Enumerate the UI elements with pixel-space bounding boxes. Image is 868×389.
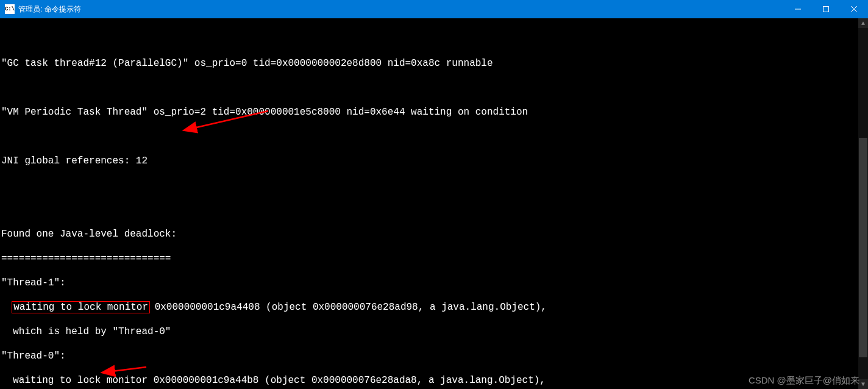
output-line [1,82,867,94]
scroll-up-button[interactable]: ▲ [858,18,868,28]
window-controls [784,0,868,18]
watermark-text: CSDN @墨家巨子@俏如来 [749,375,859,387]
maximize-button[interactable] [812,0,840,18]
output-line [1,33,867,45]
cmd-icon: C:\ [5,4,15,14]
vertical-scrollbar[interactable]: ▲ ▼ [858,18,868,389]
output-line: which is held by "Thread-0" [1,326,867,338]
minimize-button[interactable] [784,0,812,18]
output-line [1,130,867,143]
output-line: waiting to lock monitor 0x000000001c9a44… [1,374,867,387]
output-line: ============================= [1,252,867,265]
output-line: "GC task thread#12 (ParallelGC)" os_prio… [1,57,867,70]
output-line: JNI global references: 12 [1,155,867,167]
output-line: "Thread-1": [1,277,867,289]
scroll-thumb[interactable] [859,138,867,357]
highlight-box: waiting to lock monitor [12,301,150,313]
close-button[interactable] [840,0,868,18]
window-titlebar[interactable]: C:\ 管理员: 命令提示符 [0,0,868,18]
output-line [1,204,867,216]
svg-rect-1 [824,7,829,12]
window-title: 管理员: 命令提示符 [18,4,784,15]
output-line: "VM Periodic Task Thread" os_prio=2 tid=… [1,106,867,118]
output-line: "Thread-0": [1,350,867,362]
output-line: waiting to lock monitor 0x000000001c9a44… [1,301,867,313]
scroll-down-button[interactable]: ▼ [858,379,868,389]
output-line: Found one Java-level deadlock: [1,228,867,240]
scroll-track[interactable] [858,28,868,379]
output-line [1,179,867,191]
terminal-output[interactable]: "GC task thread#12 (ParallelGC)" os_prio… [0,18,868,389]
